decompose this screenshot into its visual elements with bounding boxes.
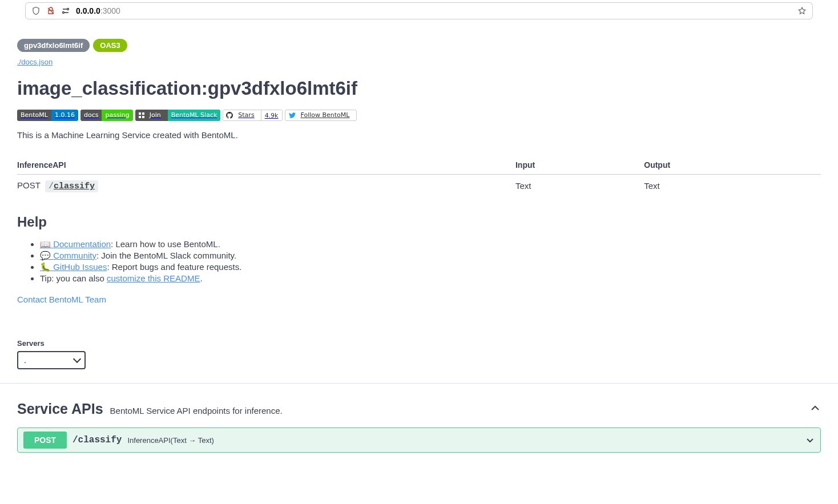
service-apis-title: Service APIs	[17, 401, 103, 417]
input-type: Text	[515, 175, 644, 197]
contact-link[interactable]: Contact BentoML Team	[17, 295, 106, 304]
svg-point-1	[67, 9, 69, 10]
documentation-link[interactable]: 📖 Documentation	[40, 239, 111, 249]
method-text: POST	[17, 180, 41, 190]
svg-rect-5	[139, 116, 141, 118]
shields-row: BentoML 1.0.16 docs passing Join BentoML…	[17, 110, 821, 121]
servers-select[interactable]: .	[17, 351, 86, 369]
service-description: This is a Machine Learning Service creat…	[17, 130, 821, 140]
page-title: image_classification:gpv3dfxlo6lmt6if	[17, 78, 821, 99]
col-name: InferenceAPI	[17, 156, 515, 175]
customize-readme-link[interactable]: customize this README	[107, 273, 200, 283]
browser-url-bar[interactable]: 0.0.0.0:3000	[25, 2, 813, 19]
help-heading: Help	[17, 214, 821, 230]
help-list: 📖 Documentation: Learn how to use BentoM…	[17, 239, 821, 283]
operation-classify[interactable]: POST /classify InferenceAPI(Text → Text)	[17, 428, 821, 453]
svg-rect-6	[142, 116, 144, 118]
operation-summary: InferenceAPI(Text → Text)	[127, 436, 800, 445]
docs-status-badge[interactable]: docs passing	[80, 110, 133, 121]
list-item: 📖 Documentation: Learn how to use BentoM…	[40, 239, 821, 249]
github-issues-link[interactable]: 🐛 GitHub Issues	[40, 262, 107, 272]
chevron-up-icon[interactable]	[809, 402, 821, 414]
header-badges: gpv3dfxlo6lmt6if OAS3	[17, 39, 821, 52]
lock-slash-icon	[46, 6, 55, 15]
api-id-badge: gpv3dfxlo6lmt6if	[17, 39, 90, 52]
service-apis-description: BentoML Service API endpoints for infere…	[110, 406, 803, 416]
url-text: 0.0.0.0:3000	[76, 6, 792, 15]
list-item: 💬 Community: Join the BentoML Slack comm…	[40, 251, 821, 261]
operation-path: /classify	[72, 435, 122, 445]
table-row: POST /classify Text Text	[17, 175, 821, 197]
col-input: Input	[515, 156, 644, 175]
svg-rect-4	[142, 112, 144, 115]
svg-rect-3	[139, 112, 141, 115]
list-item: 🐛 GitHub Issues: Report bugs and feature…	[40, 262, 821, 272]
endpoint-path[interactable]: /classify	[45, 180, 98, 192]
col-output: Output	[644, 156, 821, 175]
svg-point-2	[63, 12, 65, 14]
community-link[interactable]: 💬 Community	[40, 251, 96, 260]
docs-json-link[interactable]: ./docs.json	[17, 58, 821, 66]
servers-label: Servers	[17, 339, 821, 348]
inference-api-table: InferenceAPI Input Output POST /classify…	[17, 156, 821, 197]
output-type: Text	[644, 175, 821, 197]
service-apis-header[interactable]: Service APIs BentoML Service API endpoin…	[17, 401, 821, 417]
shield-icon	[31, 6, 41, 15]
section-divider	[0, 383, 838, 384]
method-badge: POST	[23, 432, 67, 449]
bookmark-star-icon[interactable]	[797, 6, 807, 15]
oas-version-badge: OAS3	[93, 39, 127, 52]
slack-join-badge[interactable]: Join BentoML Slack	[135, 110, 221, 121]
github-stars-badge[interactable]: Stars 4.9k	[223, 110, 282, 121]
twitter-follow-badge[interactable]: Follow BentoML	[285, 110, 357, 121]
list-item: Tip: you can also customize this README.	[40, 273, 821, 283]
chevron-down-icon[interactable]	[805, 436, 815, 445]
permissions-icon	[61, 6, 70, 15]
bentoml-version-badge[interactable]: BentoML 1.0.16	[17, 110, 78, 121]
